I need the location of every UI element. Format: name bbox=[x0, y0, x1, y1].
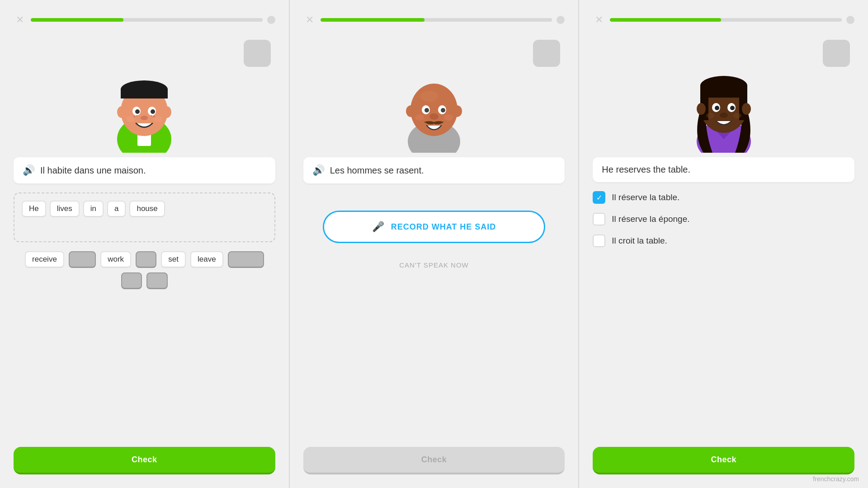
progress-dot-3 bbox=[846, 16, 854, 24]
progress-row-2: ✕ bbox=[303, 14, 565, 26]
sentence-text-3: He reserves the table. bbox=[602, 164, 690, 175]
answer-box-1[interactable]: He lives in a house bbox=[14, 192, 275, 242]
checkbox-label-3: Il croit la table. bbox=[612, 236, 667, 246]
sentence-text-1: Il habite dans une maison. bbox=[40, 165, 146, 176]
check-button-3[interactable]: Check bbox=[593, 447, 854, 474]
close-button-2[interactable]: ✕ bbox=[303, 14, 316, 26]
svg-point-33 bbox=[444, 114, 453, 121]
progress-track-3 bbox=[610, 18, 842, 22]
checkmark-1: ✓ bbox=[596, 193, 602, 202]
character-1 bbox=[99, 44, 189, 153]
svg-point-49 bbox=[733, 113, 741, 118]
svg-point-47 bbox=[720, 113, 728, 118]
word-grey-1[interactable] bbox=[69, 251, 96, 268]
svg-rect-6 bbox=[121, 89, 168, 99]
close-button-1[interactable]: ✕ bbox=[14, 14, 26, 26]
checkbox-2[interactable] bbox=[593, 213, 605, 225]
sentence-box-3: He reserves the table. bbox=[593, 157, 854, 182]
svg-point-16 bbox=[133, 116, 135, 117]
cant-speak-button[interactable]: CAN'T SPEAK NOW bbox=[399, 261, 468, 269]
svg-point-29 bbox=[425, 108, 429, 113]
avatar-badge-1 bbox=[244, 40, 271, 67]
svg-point-31 bbox=[429, 113, 439, 120]
progress-fill-1 bbox=[31, 18, 123, 22]
checkbox-item-2[interactable]: Il réserve la éponge. bbox=[593, 213, 854, 225]
progress-row-1: ✕ bbox=[14, 14, 275, 26]
panel-3: ✕ bbox=[579, 0, 868, 488]
svg-point-45 bbox=[715, 106, 719, 110]
close-button-3[interactable]: ✕ bbox=[593, 14, 605, 26]
svg-point-46 bbox=[730, 106, 735, 110]
panel-1: ✕ bbox=[0, 0, 290, 488]
word-grey-4[interactable] bbox=[121, 272, 142, 289]
checkbox-item-3[interactable]: Il croit la table. bbox=[593, 235, 854, 247]
sentence-box-2: 🔊 Les hommes se rasent. bbox=[303, 157, 565, 183]
svg-point-18 bbox=[151, 115, 152, 117]
word-receive[interactable]: receive bbox=[25, 251, 64, 268]
svg-point-17 bbox=[137, 115, 138, 117]
avatar-area-1 bbox=[14, 35, 275, 153]
sentence-text-2: Les hommes se rasent. bbox=[330, 165, 424, 176]
answer-chip-he[interactable]: He bbox=[22, 201, 46, 217]
checkbox-label-1: Il réserve la table. bbox=[612, 192, 679, 202]
character-3 bbox=[679, 44, 769, 153]
svg-point-26 bbox=[452, 105, 462, 117]
panel-2: ✕ bbox=[290, 0, 580, 488]
svg-point-48 bbox=[706, 113, 714, 118]
app-container: ✕ bbox=[0, 0, 868, 488]
record-button[interactable]: 🎤 RECORD WHAT HE SAID bbox=[323, 211, 545, 243]
character-2 bbox=[389, 44, 479, 153]
word-grey-3[interactable] bbox=[228, 251, 264, 268]
progress-fill-3 bbox=[610, 18, 721, 22]
word-work[interactable]: work bbox=[100, 251, 131, 268]
svg-point-19 bbox=[153, 116, 155, 117]
word-bank-1: receive work set leave bbox=[14, 251, 275, 289]
svg-point-25 bbox=[406, 105, 416, 117]
word-grey-2[interactable] bbox=[136, 251, 156, 268]
check-button-1[interactable]: Check bbox=[14, 447, 275, 474]
word-leave[interactable]: leave bbox=[190, 251, 223, 268]
svg-point-41 bbox=[697, 103, 706, 115]
check-button-2: Check bbox=[303, 447, 565, 474]
avatar-area-2 bbox=[303, 35, 565, 153]
mic-icon: 🎤 bbox=[372, 221, 385, 233]
checkbox-3[interactable] bbox=[593, 235, 605, 247]
watermark: frenchcrazy.com bbox=[813, 475, 859, 483]
avatar-area-3 bbox=[593, 35, 854, 153]
record-label: RECORD WHAT HE SAID bbox=[391, 222, 496, 232]
answer-chip-lives[interactable]: lives bbox=[50, 201, 80, 217]
svg-point-42 bbox=[742, 103, 751, 115]
word-set[interactable]: set bbox=[161, 251, 186, 268]
progress-row-3: ✕ bbox=[593, 14, 854, 26]
answer-chip-a[interactable]: a bbox=[107, 201, 126, 217]
sentence-box-1: 🔊 Il habite dans une maison. bbox=[14, 157, 275, 183]
answer-chip-in[interactable]: in bbox=[83, 201, 104, 217]
checkbox-label-2: Il réserve la éponge. bbox=[612, 214, 689, 224]
svg-point-24 bbox=[420, 91, 439, 102]
checkbox-1[interactable]: ✓ bbox=[593, 191, 605, 204]
svg-point-11 bbox=[135, 109, 140, 114]
speaker-icon-1[interactable]: 🔊 bbox=[23, 164, 35, 176]
svg-point-8 bbox=[162, 106, 171, 118]
progress-dot-2 bbox=[557, 16, 565, 24]
svg-point-7 bbox=[117, 106, 126, 118]
progress-track-2 bbox=[321, 18, 552, 22]
progress-fill-2 bbox=[321, 18, 425, 22]
answer-chip-house[interactable]: house bbox=[129, 201, 165, 217]
svg-point-13 bbox=[141, 116, 148, 120]
speaker-icon-2[interactable]: 🔊 bbox=[312, 164, 325, 176]
checkbox-list-3: ✓ Il réserve la table. Il réserve la épo… bbox=[593, 191, 854, 247]
svg-point-30 bbox=[441, 108, 445, 113]
svg-point-32 bbox=[415, 114, 424, 121]
svg-point-12 bbox=[151, 109, 155, 114]
checkbox-item-1[interactable]: ✓ Il réserve la table. bbox=[593, 191, 854, 204]
word-grey-5[interactable] bbox=[146, 272, 167, 289]
avatar-badge-3 bbox=[823, 40, 850, 67]
avatar-badge-2 bbox=[533, 40, 560, 67]
progress-track-1 bbox=[31, 18, 263, 22]
progress-dot-1 bbox=[267, 16, 275, 24]
